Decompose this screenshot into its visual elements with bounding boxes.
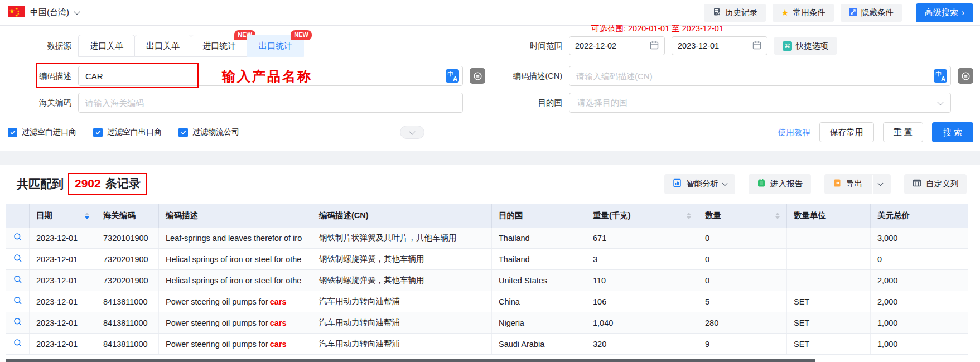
history-button[interactable]: 历史记录 xyxy=(704,4,766,22)
region-selector[interactable]: ★★★★★ 中国(台湾) xyxy=(8,6,79,19)
search-button[interactable]: 搜 索 xyxy=(932,122,973,142)
cell-desc-cn: 钢铁制片状弹簧及其叶片，其他车辆用 xyxy=(312,228,492,248)
end-date-input[interactable] xyxy=(672,36,767,55)
cell-hs-code: 7320101900 xyxy=(96,228,159,248)
advanced-search-button[interactable]: 高级搜索 › xyxy=(916,3,973,22)
results-toolbar: 智能分析 进入报告 导出 自定义列 xyxy=(664,174,967,194)
cell-unit: SET xyxy=(787,312,871,333)
code-desc-group: 输入产品名称 编码描述 中A xyxy=(0,66,508,86)
calendar-icon xyxy=(752,41,761,51)
chevron-down-icon xyxy=(74,8,80,15)
translate-icon[interactable]: 中A xyxy=(934,69,947,83)
code-desc-field: 中A xyxy=(78,66,463,86)
desc-highlight: cars xyxy=(270,340,287,349)
cell-desc: Leaf-springs and leaves therefor of iro xyxy=(159,228,312,248)
destination-select[interactable]: 请选择目的国 xyxy=(569,93,951,113)
col-qty[interactable]: 数量 xyxy=(698,204,787,228)
hide-conditions-button[interactable]: 隐藏条件 xyxy=(841,4,902,22)
checked-checkbox-icon xyxy=(178,128,188,137)
star-icon: ★ xyxy=(781,8,789,17)
save-common-button[interactable]: 保存常用 xyxy=(819,122,874,142)
col-label: 日期 xyxy=(36,210,52,221)
table-body: 2023-12-01 7320101900 Leaf-springs and l… xyxy=(6,228,968,355)
start-date-input[interactable] xyxy=(569,36,665,55)
destination-placeholder: 请选择目的国 xyxy=(577,98,627,108)
code-desc-cn-input[interactable] xyxy=(576,71,934,81)
col-unit: 数量单位 xyxy=(787,204,871,228)
cell-date: 2023-12-01 xyxy=(30,334,96,354)
report-icon xyxy=(757,178,766,189)
cell-date: 2023-12-01 xyxy=(30,270,96,291)
quick-options-button[interactable]: ⌘ 快捷选项 xyxy=(774,37,837,55)
enter-report-button[interactable]: 进入报告 xyxy=(749,174,811,194)
results-header: 共匹配到 2902 条记录 智能分析 进入报告 导出 xyxy=(0,165,980,195)
bi-chart-icon xyxy=(673,178,682,189)
tab-export-declaration[interactable]: 出口关单 xyxy=(134,35,191,57)
checkbox-filter-blank-exporter[interactable]: 过滤空白出口商 xyxy=(93,127,162,137)
magnifier-icon xyxy=(13,275,22,286)
cell-total: 2,000 xyxy=(871,291,968,312)
cell-desc: Power steering oil pumps for cars xyxy=(159,291,312,312)
topbar: ★★★★★ 中国(台湾) 历史记录 ★ 常用条件 隐藏条件 高级搜索 › xyxy=(0,0,980,26)
favorites-label: 常用条件 xyxy=(793,7,825,18)
hs-code-input[interactable] xyxy=(85,98,459,108)
export-button[interactable]: 导出 xyxy=(824,174,891,194)
history-label: 历史记录 xyxy=(725,7,757,18)
sort-icons[interactable] xyxy=(687,213,691,219)
cell-qty: 5 xyxy=(698,291,787,312)
history-icon xyxy=(712,7,721,18)
row-detail-button[interactable] xyxy=(6,249,30,269)
translate-icon[interactable]: 中A xyxy=(446,69,459,83)
exact-match-toggle[interactable] xyxy=(470,68,485,84)
chevron-down-icon[interactable] xyxy=(878,180,884,186)
export-label: 导出 xyxy=(846,178,862,189)
cell-qty: 0 xyxy=(698,249,787,269)
cell-date: 2023-12-01 xyxy=(30,291,96,312)
row-detail-button[interactable] xyxy=(6,312,30,333)
col-weight[interactable]: 重量(千克) xyxy=(586,204,698,228)
row-detail-button[interactable] xyxy=(6,291,30,312)
row-detail-button[interactable] xyxy=(6,228,30,248)
cell-weight: 110 xyxy=(586,270,698,291)
cell-date: 2023-12-01 xyxy=(30,228,96,248)
col-label: 数量 xyxy=(705,210,721,221)
code-desc-input[interactable] xyxy=(85,71,446,81)
table-row: 2023-12-01 7320201900 Helical springs of… xyxy=(6,249,968,270)
horizontal-scrollbar[interactable] xyxy=(6,359,815,362)
cell-desc: Power steering oil pumps for cars xyxy=(159,312,312,333)
form-row-code-desc: 输入产品名称 编码描述 中A 编码描述(CN) 中A xyxy=(0,66,980,86)
sort-icons[interactable] xyxy=(85,213,89,219)
cell-total: 0 xyxy=(871,249,968,269)
col-date[interactable]: 日期 xyxy=(30,204,96,228)
form-actions: 使用教程 保存常用 重 置 搜 索 xyxy=(778,122,973,142)
tab-import-statistics[interactable]: 进口统计 NEW xyxy=(191,35,248,57)
smart-analysis-button[interactable]: 智能分析 xyxy=(664,174,735,194)
desc-text: Helical springs of iron or steel for oth… xyxy=(166,276,301,285)
end-date-value[interactable] xyxy=(678,41,739,50)
cell-hs-code: 7320201900 xyxy=(96,270,159,291)
count-annotation-box: 2902 条记录 xyxy=(68,173,147,195)
row-detail-button[interactable] xyxy=(6,334,30,354)
desc-text: Helical springs of iron or steel for oth… xyxy=(166,255,301,264)
sort-icons[interactable] xyxy=(775,213,780,219)
china-flag-icon: ★★★★★ xyxy=(8,6,25,19)
favorites-button[interactable]: ★ 常用条件 xyxy=(773,4,833,22)
table-row: 2023-12-01 7320201900 Helical springs of… xyxy=(6,270,968,291)
row-detail-button[interactable] xyxy=(6,270,30,291)
start-date-value[interactable] xyxy=(575,41,636,50)
tab-import-declaration[interactable]: 进口关单 xyxy=(78,35,135,57)
checkbox-filter-blank-importer[interactable]: 过滤空白进口商 xyxy=(8,127,76,137)
expand-filters-button[interactable] xyxy=(400,126,424,139)
cell-country: China xyxy=(492,291,586,312)
checkbox-label: 过滤空白进口商 xyxy=(22,127,76,137)
reset-button[interactable]: 重 置 xyxy=(883,122,923,142)
cell-desc-cn: 钢铁制螺旋弹簧，其他车辆用 xyxy=(312,270,492,291)
custom-columns-button[interactable]: 自定义列 xyxy=(904,174,967,194)
exact-match-toggle[interactable] xyxy=(958,68,973,84)
cell-qty: 280 xyxy=(698,312,787,333)
tab-export-statistics[interactable]: 出口统计 NEW xyxy=(247,35,304,57)
collapse-icon xyxy=(849,8,857,18)
checkbox-filter-logistics[interactable]: 过滤物流公司 xyxy=(178,127,239,137)
tutorial-link[interactable]: 使用教程 xyxy=(778,127,810,138)
tab-label: 进口统计 xyxy=(202,41,236,50)
